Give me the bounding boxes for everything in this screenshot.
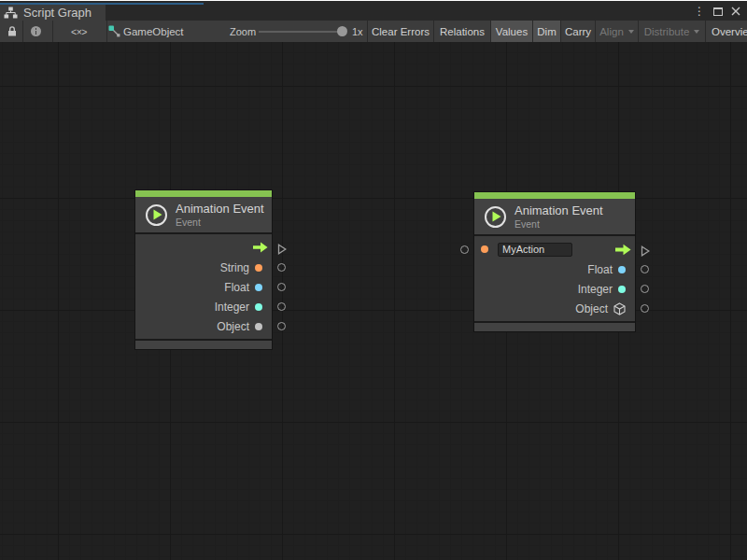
event-name-input[interactable]: [498, 243, 572, 257]
dim-button[interactable]: Dim: [532, 21, 560, 42]
node-subtitle: Event: [514, 218, 603, 230]
integer-output-port[interactable]: [641, 285, 649, 293]
output-row-float: Float: [474, 259, 635, 279]
object-type-dot: [255, 323, 262, 330]
flow-arrow-icon: [615, 244, 631, 256]
flow-output-port[interactable]: [277, 242, 287, 259]
values-button[interactable]: Values: [490, 21, 532, 42]
output-row-integer: Integer: [474, 279, 635, 299]
string-input-port[interactable]: [460, 245, 469, 254]
object-output-port[interactable]: [641, 304, 649, 313]
output-row-integer: Integer: [135, 297, 272, 316]
toolbar-separator: [106, 21, 107, 42]
maximize-icon[interactable]: [713, 7, 723, 16]
port-label: Integer: [578, 283, 613, 296]
node-animation-event-2[interactable]: Animation Event Event Float: [473, 191, 636, 332]
info-icon[interactable]: [31, 21, 41, 42]
float-type-dot: [255, 284, 262, 291]
object-output-port[interactable]: [277, 322, 286, 330]
node-title: Animation Event: [176, 203, 264, 216]
toolbar-separator: [52, 21, 53, 42]
port-label: Integer: [215, 301, 249, 314]
output-row-object: Object: [135, 316, 272, 336]
integer-type-dot: [618, 286, 626, 293]
integer-type-dot: [255, 303, 262, 311]
string-output-port[interactable]: [277, 263, 286, 272]
carry-button[interactable]: Carry: [560, 21, 595, 42]
chevron-down-icon: [628, 30, 634, 34]
tab-script-graph[interactable]: Script Graph: [0, 5, 106, 21]
gameobject-icon: [108, 21, 120, 42]
node-body: Float Integer Object: [474, 236, 635, 321]
tab-bar: Script Graph ⋮: [0, 1, 747, 21]
output-row-float: Float: [135, 277, 272, 297]
lock-icon[interactable]: [7, 21, 18, 42]
node-title: Animation Event: [514, 204, 603, 217]
string-type-dot: [481, 245, 488, 253]
distribute-button[interactable]: Distribute: [638, 21, 705, 42]
integer-output-port[interactable]: [277, 302, 286, 311]
node-footer: [135, 339, 272, 349]
zoom-slider-handle[interactable]: [337, 26, 347, 36]
align-button[interactable]: Align: [595, 21, 638, 42]
toolbar-separator: [22, 21, 23, 42]
zoom-value: 1x: [352, 21, 363, 42]
output-row-object: Object: [474, 299, 635, 318]
event-play-icon: [146, 204, 167, 226]
node-animation-event-1[interactable]: Animation Event Event String Float: [134, 189, 273, 350]
flow-output-port[interactable]: [641, 244, 650, 260]
node-header[interactable]: Animation Event Event: [474, 199, 635, 234]
port-label: Float: [587, 263, 613, 276]
code-preview-icon[interactable]: <×>: [71, 21, 87, 42]
chevron-down-icon: [694, 30, 699, 34]
flow-output-row: [135, 237, 272, 258]
node-header[interactable]: Animation Event Event: [135, 197, 272, 232]
string-type-dot: [255, 264, 262, 272]
overview-button[interactable]: Overview: [705, 21, 747, 42]
port-label: Object: [217, 320, 249, 333]
zoom-slider-track[interactable]: [259, 31, 339, 33]
float-output-port[interactable]: [277, 283, 286, 291]
object-cube-icon: [613, 302, 626, 315]
float-type-dot: [618, 266, 626, 273]
toolbar-buttons: Clear Errors Relations Values Dim Carry …: [367, 21, 747, 42]
output-row-string: String: [135, 258, 272, 277]
gameobject-label[interactable]: GameObject: [123, 21, 184, 42]
graph-icon: [4, 7, 18, 19]
graph-canvas[interactable]: Animation Event Event String Float: [0, 42, 747, 560]
port-label: Object: [575, 302, 608, 315]
graph-toolbar: <×> GameObject Zoom 1x Clear Errors Rela…: [0, 21, 747, 42]
close-icon[interactable]: [731, 4, 740, 18]
event-play-icon: [485, 206, 506, 228]
float-output-port[interactable]: [641, 265, 649, 273]
clear-errors-button[interactable]: Clear Errors: [367, 21, 433, 42]
port-label: String: [220, 261, 249, 274]
node-body: String Float Integer Object: [135, 234, 272, 339]
node-color-strip: [474, 192, 635, 199]
window-top-highlight: [0, 0, 747, 1]
node-subtitle: Event: [176, 217, 264, 228]
flow-arrow-icon: [253, 242, 268, 253]
zoom-label: Zoom: [230, 21, 256, 42]
window-controls: ⋮: [694, 3, 740, 20]
tab-title: Script Graph: [23, 6, 92, 20]
node-footer: [474, 321, 635, 331]
port-label: Float: [224, 281, 249, 294]
node-color-strip: [135, 190, 272, 197]
relations-button[interactable]: Relations: [433, 21, 490, 42]
name-input-row: [474, 239, 635, 259]
menu-icon[interactable]: ⋮: [694, 6, 705, 17]
